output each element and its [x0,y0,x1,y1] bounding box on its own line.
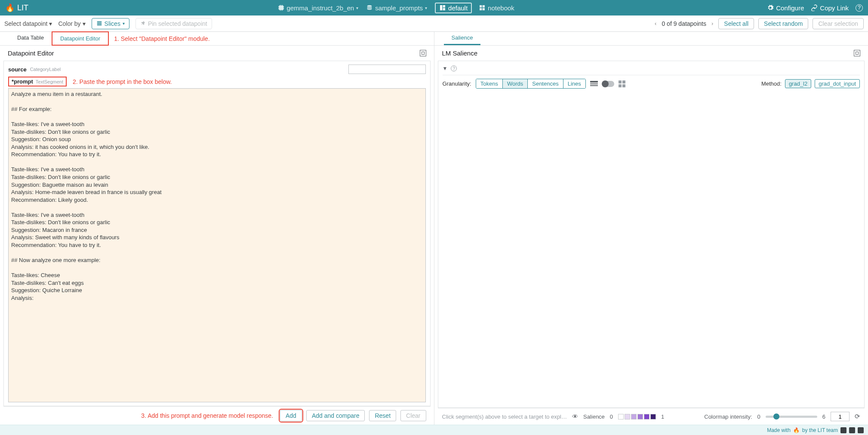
toolbar: Select datapoint ▾ Color by ▾ Slices ▾ P… [0,15,868,32]
svg-rect-1 [443,5,445,7]
cmap-slider[interactable] [766,416,817,418]
add-button[interactable]: Add [280,410,302,421]
footer: Made with 🔥 by the LIT team [0,425,868,435]
workspace: Data Table Datapoint Editor 1. Select "D… [0,32,868,425]
prompt-label-box: *prompt TextSegment [8,77,67,86]
annotation-1: 1. Select "Datapoint Editor" module. [114,35,209,42]
method-label: Method: [761,80,782,87]
link-icon [811,4,818,11]
salience-header: LM Salience [438,46,865,61]
footer-text2: by the LIT team [802,427,838,433]
layout-notebook[interactable]: notebook [475,3,518,13]
footer-badge[interactable] [849,427,855,433]
dataset-selector[interactable]: sample_prompts ▾ [366,4,427,12]
prev-datapoint[interactable]: ‹ [654,20,657,27]
model-selector[interactable]: gemma_instruct_2b_en ▾ [277,4,358,12]
scale-lo: 0 [610,413,613,420]
flame-icon: 🔥 [793,427,800,433]
footer-badge[interactable] [858,427,864,433]
svg-rect-5 [480,8,482,10]
pane-right: Salience LM Salience ▼ ? Granularity: To… [434,32,868,425]
grid-icon [479,4,486,11]
flame-icon: 🔥 [5,3,15,12]
tab-data-table[interactable]: Data Table [9,31,52,45]
grid-icon[interactable] [619,80,625,87]
select-all-button[interactable]: Select all [718,18,754,29]
next-datapoint[interactable]: › [711,20,714,27]
slices-button[interactable]: Slices ▾ [92,18,129,29]
gear-icon [767,4,774,11]
pane-left: Data Table Datapoint Editor 1. Select "D… [0,32,434,425]
prompt-label: *prompt [12,78,33,85]
footer-badge[interactable] [840,427,846,433]
density-toggle[interactable] [602,81,614,87]
brand-text: LIT [17,3,28,12]
help-icon[interactable]: ? [451,65,457,71]
configure-button[interactable]: Configure [767,4,804,12]
pin-datapoint-button: Pin selected datapoint [135,18,212,29]
prompt-type: TextSegment [36,79,63,84]
footer-text: Made with [767,427,791,433]
reset-button[interactable]: Reset [369,410,396,421]
salience-body: ▼ ? Granularity: Tokens Words Sentences … [438,61,865,408]
svg-rect-6 [483,8,485,10]
method-grad-l2[interactable]: grad_l2 [785,79,811,88]
density-icon[interactable] [590,81,598,87]
annotation-3: 3. Add this prompt and generate model re… [8,412,276,419]
color-by-menu[interactable]: Color by ▾ [58,20,85,27]
select-datapoint-menu[interactable]: Select datapoint ▾ [4,20,52,27]
source-input[interactable] [348,65,426,74]
topbar: 🔥 LIT gemma_instruct_2b_en ▾ sample_prom… [0,0,868,15]
brand: 🔥 LIT [5,3,28,12]
pager-text: 0 of 9 datapoints [662,20,706,27]
prompt-textarea[interactable] [8,88,426,402]
layout-icon [439,4,446,11]
cmap-hi: 6 [822,413,825,420]
fullscreen-icon[interactable] [854,50,860,56]
annotation-2: 2. Paste the prompt in the box below. [73,78,172,85]
database-icon [366,4,373,11]
chip-icon [277,4,284,11]
cmap-lo: 0 [757,413,760,420]
svg-rect-4 [483,5,485,7]
svg-rect-2 [443,8,445,10]
granularity-segmented: Tokens Words Sentences Lines [476,79,586,89]
source-label: source [8,66,27,73]
palette [618,414,656,420]
salience-title: LM Salience [442,49,478,57]
seg-lines[interactable]: Lines [563,79,585,88]
help-icon[interactable]: ? [856,4,863,12]
editor-footer: 3. Add this prompt and generate model re… [3,406,431,425]
cmap-value-input[interactable] [831,412,850,421]
select-random-button[interactable]: Select random [758,18,808,29]
copy-link-button[interactable]: Copy Link [811,4,849,12]
chevron-down-icon: ▾ [356,6,358,10]
seg-tokens[interactable]: Tokens [476,79,503,88]
chevron-down-icon: ▾ [123,21,125,26]
left-tabs: Data Table Datapoint Editor 1. Select "D… [0,32,434,46]
tab-datapoint-editor[interactable]: Datapoint Editor [52,31,109,46]
layout-default[interactable]: default [435,3,472,13]
seg-words[interactable]: Words [503,79,528,88]
seg-sentences[interactable]: Sentences [528,79,563,88]
clear-selection-button: Clear selection [813,18,864,29]
add-compare-button[interactable]: Add and compare [306,410,365,421]
tab-salience[interactable]: Salience [444,31,481,45]
svg-rect-3 [480,5,482,7]
chevron-down-icon: ▾ [425,6,427,10]
svg-rect-0 [440,5,442,10]
chevron-down-icon: ▾ [83,20,86,27]
pin-icon [140,21,146,26]
method-grad-dot[interactable]: grad_dot_input [815,79,860,88]
refresh-icon[interactable]: ⟳ [855,413,860,420]
editor-header: Datapoint Editor [3,46,431,61]
chevron-down-icon: ▾ [49,20,52,27]
collapse-caret[interactable]: ▼ [443,65,448,71]
fullscreen-icon[interactable] [420,50,426,56]
dataset-name: sample_prompts [375,4,423,12]
salience-scale-label: Salience [583,413,605,420]
right-tabs: Salience [434,32,868,46]
salience-hint: Click segment(s) above to select a targe… [442,413,567,420]
editor-body: source CategoryLabel *prompt TextSegment… [3,61,431,406]
salience-controls: Granularity: Tokens Words Sentences Line… [443,75,860,92]
